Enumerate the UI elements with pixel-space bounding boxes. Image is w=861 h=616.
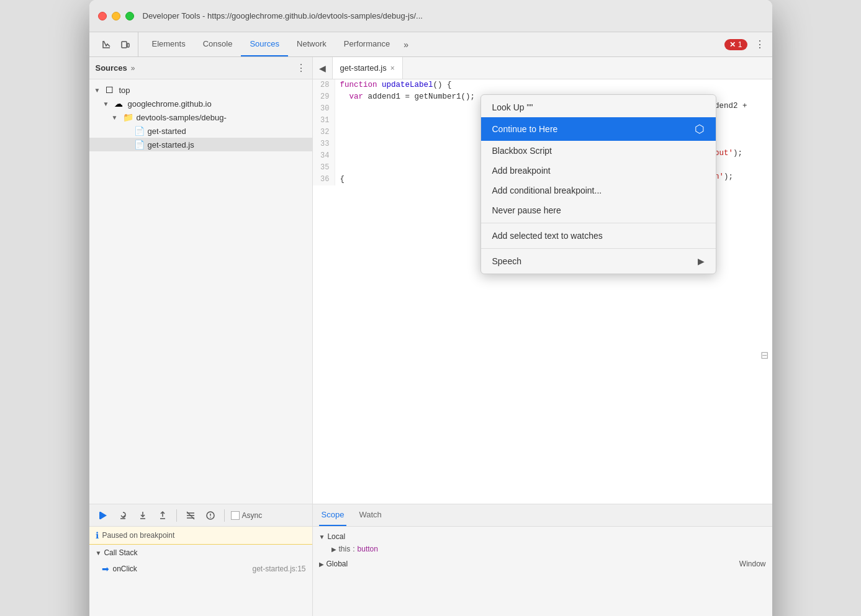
tab-network[interactable]: Network (288, 32, 335, 56)
scope-colon: : (353, 545, 354, 553)
tab-sources[interactable]: Sources (241, 32, 288, 56)
scope-panel: Scope Watch ▼ Local ▶ this : button (313, 504, 772, 616)
tree-label-samples: devtools-samples/debug- (137, 113, 227, 122)
tab-scope[interactable]: Scope (319, 504, 347, 526)
cloud-icon: ☁ (114, 99, 125, 109)
inspect-icon[interactable] (99, 37, 114, 52)
line-number: 36 (313, 174, 335, 185)
call-stack-item-onclick[interactable]: ➡ onClick get-started.js:15 (89, 561, 312, 577)
sidebar-more-button[interactable]: ⋮ (296, 62, 306, 74)
step-over-button[interactable] (115, 508, 130, 523)
ctx-speech-arrow: ▶ (698, 256, 705, 266)
line-number: 33 (313, 138, 335, 150)
ctx-speech[interactable]: Speech ▶ (481, 251, 716, 271)
bottom-area: Async ℹ Paused on breakpoint ▼ Call Stac… (89, 504, 772, 616)
cursor-icon: ⬡ (695, 122, 705, 136)
maximize-button[interactable] (125, 12, 134, 20)
sidebar-chevron[interactable]: » (131, 64, 135, 73)
editor-tab-label: get-started.js (340, 63, 387, 73)
scope-this-key: this (339, 545, 351, 553)
editor-area: ◀ get-started.js × 28 function updateLab… (313, 57, 772, 504)
tree-item-github[interactable]: ▼ ☁ googlechrome.github.io (89, 97, 312, 110)
scroll-indicator[interactable]: ⊟ (760, 349, 769, 361)
async-checkbox[interactable] (231, 511, 240, 520)
ctx-blackbox-label: Blackbox Script (492, 146, 552, 156)
tree-item-devtools-samples[interactable]: ▼ 📁 devtools-samples/debug- (89, 110, 312, 124)
editor-back-button[interactable]: ◀ (313, 57, 333, 79)
step-out-button[interactable] (155, 508, 170, 523)
call-stack-item-name: onClick (113, 565, 137, 573)
ctx-lookup[interactable]: Look Up "" (481, 97, 716, 117)
scope-this-arrow: ▶ (331, 546, 336, 553)
tree-label-top: top (119, 86, 130, 95)
line-number: 34 (313, 150, 335, 162)
scope-window-label: Window (739, 560, 766, 568)
async-toggle[interactable]: Async (231, 511, 263, 520)
line-code (335, 138, 349, 150)
line-code (335, 127, 349, 138)
ctx-blackbox[interactable]: Blackbox Script (481, 141, 716, 161)
devtools-menu-button[interactable]: ⋮ (752, 37, 767, 52)
step-into-button[interactable] (135, 508, 150, 523)
tree-item-get-started[interactable]: ▶ 📄 get-started (89, 124, 312, 138)
minimize-button[interactable] (112, 12, 120, 20)
scope-global-header[interactable]: ▶ Global Window (319, 558, 766, 570)
ctx-never-pause[interactable]: Never pause here (481, 200, 716, 220)
line-code: function updateLabel() { (335, 79, 452, 91)
tab-watch[interactable]: Watch (356, 504, 384, 526)
scope-this-item[interactable]: ▶ this : button (319, 543, 766, 555)
scope-local-label: Local (327, 532, 345, 541)
ctx-speech-label: Speech (492, 256, 521, 266)
line-number: 30 (313, 103, 335, 115)
ctx-continue[interactable]: Continue to Here ⬡ (481, 117, 716, 141)
tree-item-top[interactable]: ▼ ☐ top (89, 83, 312, 97)
tab-more[interactable]: » (399, 32, 413, 56)
scope-global-section: ▶ Global Window (319, 558, 766, 570)
tab-console[interactable]: Console (194, 32, 241, 56)
svg-point-15 (210, 517, 211, 518)
call-stack-header[interactable]: ▼ Call Stack (89, 545, 312, 561)
editor-tab-close[interactable]: × (390, 64, 395, 73)
line-code: { (335, 174, 345, 185)
page-icon: ☐ (106, 85, 117, 95)
deactivate-breakpoints-button[interactable] (183, 508, 198, 523)
error-icon: ✕ (729, 40, 736, 49)
sidebar-title: Sources (96, 63, 127, 73)
async-label: Async (242, 511, 263, 520)
error-badge[interactable]: ✕ 1 (724, 39, 747, 50)
line-number: 35 (313, 162, 335, 174)
svg-rect-1 (127, 43, 129, 47)
call-stack-label: Call Stack (104, 548, 137, 557)
ctx-lookup-label: Look Up "" (492, 102, 533, 112)
call-stack-arrow: ▼ (96, 550, 102, 556)
error-count: 1 (738, 40, 742, 49)
ctx-breakpoint-label: Add breakpoint (492, 166, 551, 176)
tab-performance[interactable]: Performance (335, 32, 399, 56)
toolbar-separator-2 (224, 509, 225, 522)
ctx-separator-2 (481, 248, 716, 249)
toolbar-separator (176, 509, 177, 522)
context-menu: Look Up "" Continue to Here ⬡ Blackbox S… (480, 94, 716, 274)
editor-tab-get-started-js[interactable]: get-started.js × (333, 57, 403, 79)
tree-arrow: ▼ (94, 87, 103, 94)
ctx-conditional[interactable]: Add conditional breakpoint... (481, 181, 716, 200)
tab-elements[interactable]: Elements (143, 32, 194, 56)
editor-tabs: ◀ get-started.js × (313, 57, 772, 79)
call-stack-item-file: get-started.js:15 (252, 565, 305, 573)
ctx-never-pause-label: Never pause here (492, 205, 561, 215)
resume-button[interactable] (96, 508, 110, 523)
scope-local-header[interactable]: ▼ Local (319, 530, 766, 543)
js-file-icon: 📄 (134, 140, 145, 150)
svg-rect-3 (99, 512, 101, 519)
scope-this-value: button (358, 545, 378, 553)
tabbar-right: ✕ 1 ⋮ (724, 32, 767, 56)
tree-item-get-started-js[interactable]: ▶ 📄 get-started.js (89, 138, 312, 151)
scope-content: ▼ Local ▶ this : button ▶ Global Window (313, 527, 772, 616)
pause-exceptions-button[interactable] (203, 508, 218, 523)
devtools-window: Developer Tools - https://googlechrome.g… (89, 0, 772, 616)
device-icon[interactable] (118, 37, 133, 52)
close-button[interactable] (98, 12, 107, 20)
ctx-watches[interactable]: Add selected text to watches (481, 226, 716, 246)
line-code (335, 115, 349, 127)
ctx-breakpoint[interactable]: Add breakpoint (481, 161, 716, 181)
